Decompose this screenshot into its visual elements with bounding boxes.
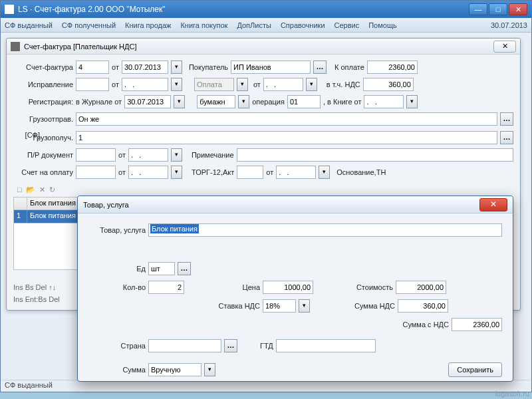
menu-item[interactable]: ДопЛисты (237, 21, 271, 29)
save-button[interactable]: Сохранить (448, 362, 502, 377)
qty-input[interactable] (148, 281, 184, 294)
label-ot3: от (253, 80, 261, 88)
prdoc-input[interactable] (76, 148, 116, 162)
correction-input[interactable] (76, 78, 109, 91)
payment-dropdown-icon[interactable]: ▾ (237, 78, 248, 91)
toolbar-icon[interactable]: 📂 (26, 186, 35, 194)
paper-dropdown-icon[interactable]: ▾ (238, 95, 249, 108)
cost-input[interactable] (396, 281, 446, 294)
toolbar-icon[interactable]: ↻ (49, 186, 55, 194)
pay-date-input[interactable] (263, 78, 303, 91)
date-dropdown-icon[interactable]: ▾ (171, 61, 182, 74)
prdoc-date-dropdown-icon[interactable]: ▾ (171, 148, 182, 162)
vatsum-input[interactable] (398, 299, 448, 313)
buyer-input[interactable] (231, 61, 311, 74)
label-payinv: Счет на оплату (13, 168, 73, 176)
invoice-close-button[interactable]: ✕ (493, 41, 516, 53)
label-unit: Ед (88, 265, 146, 273)
menubar: СФ выданный СФ полученный Книга продаж К… (1, 18, 531, 33)
label-sum: Сумма (88, 366, 146, 374)
invoice-title: Счет-фактура [Плательщик НДС] (24, 43, 493, 51)
reg-date-input[interactable] (124, 95, 171, 108)
app-title: LS · Счет-фактура 2.00 ООО "Мотылек" (18, 5, 469, 14)
book-date-input[interactable] (364, 95, 404, 108)
label-torg: ТОРГ-12,Акт (192, 168, 234, 176)
toolbar-icon[interactable]: □ (17, 186, 22, 194)
price-input[interactable] (263, 281, 313, 294)
vatrate-input[interactable] (263, 299, 296, 313)
paper-input[interactable] (197, 95, 235, 108)
sum-dropdown-icon[interactable]: ▾ (204, 363, 215, 376)
menu-item[interactable]: Помощь (368, 21, 397, 29)
close-button[interactable]: ✕ (509, 3, 527, 15)
reg-date-dropdown-icon[interactable]: ▾ (174, 95, 185, 108)
topay-input[interactable] (367, 61, 418, 74)
prdoc-date-input[interactable] (128, 148, 168, 162)
label-gtd: ГТД (260, 342, 273, 350)
unit-lookup-button[interactable]: … (178, 262, 191, 275)
label-reg: Регистрация: (13, 98, 73, 106)
menu-item[interactable]: Книга продаж (125, 21, 171, 29)
minimize-button[interactable]: — (469, 3, 487, 15)
dialog-body: Товар, услуга Блок питания Ед … Кол-во Ц… (78, 213, 513, 390)
corr-date-dropdown-icon[interactable]: ▾ (171, 78, 182, 91)
op-input[interactable] (287, 95, 321, 108)
torg-date-input[interactable] (276, 166, 316, 179)
torg-input[interactable] (237, 166, 263, 179)
unit-input[interactable] (148, 262, 175, 275)
pay-date-dropdown-icon[interactable]: ▾ (306, 78, 317, 91)
label-total: Сумма с НДС (392, 321, 449, 329)
shipper-lookup-button[interactable]: … (500, 112, 513, 126)
label-note: Примечание (192, 151, 234, 159)
label-buyer: Покупатель (189, 63, 228, 71)
menu-item[interactable]: Книга покупок (180, 21, 227, 29)
label-ot: от (112, 63, 119, 71)
consignee-input[interactable] (76, 131, 497, 144)
gtd-input[interactable] (276, 339, 376, 352)
label-price: Цена (207, 283, 260, 291)
menu-item[interactable]: СФ выданный (5, 21, 53, 29)
shipper-input[interactable] (76, 112, 497, 126)
label-ot4: от (118, 151, 126, 159)
label-book: , в Книге от (323, 98, 362, 106)
vatrate-dropdown-icon[interactable]: ▾ (299, 299, 310, 313)
toolbar-icon[interactable]: ✕ (39, 186, 45, 194)
menu-item[interactable]: Сервис (334, 21, 360, 29)
label-basis: Основание,ТН (336, 168, 386, 176)
consignee-lookup-button[interactable]: … (500, 131, 513, 144)
payinv-input[interactable] (76, 166, 116, 179)
number-input[interactable] (76, 61, 109, 74)
menu-item[interactable]: СФ полученный (62, 21, 116, 29)
date-input[interactable] (122, 61, 168, 74)
corr-date-input[interactable] (122, 78, 168, 91)
status-text: СФ выданный (5, 381, 53, 391)
label-qty: Кол-во (88, 283, 146, 291)
payment-field (194, 78, 234, 91)
label-ot6: от (266, 168, 273, 176)
maximize-button[interactable]: □ (489, 3, 507, 15)
dialog-close-button[interactable]: ✕ (479, 198, 507, 211)
book-date-dropdown-icon[interactable]: ▾ (406, 95, 418, 108)
payinv-date-input[interactable] (128, 166, 168, 179)
country-input[interactable] (148, 339, 221, 352)
label-item: Товар, услуга (88, 226, 146, 234)
item-dialog: Товар, услуга ✕ Товар, услуга Блок питан… (77, 196, 513, 382)
label-cost: Стоимость (336, 283, 393, 291)
col-item: Блок питания (27, 198, 84, 209)
torg-date-dropdown-icon[interactable]: ▾ (319, 166, 330, 179)
note-input[interactable] (237, 148, 513, 162)
document-icon (11, 42, 20, 51)
watermark: lugasoft.ru (495, 390, 529, 398)
app-icon (5, 5, 14, 14)
label-ot5: от (118, 168, 126, 176)
menu-item[interactable]: Справочники (281, 21, 325, 29)
label-vatsum: Сумма НДС (338, 302, 395, 310)
invoice-titlebar: Счет-фактура [Плательщик НДС] ✕ (7, 39, 520, 55)
vat-input[interactable] (363, 78, 414, 91)
total-input[interactable] (452, 318, 502, 331)
sum-mode-input[interactable] (148, 363, 201, 376)
payinv-date-dropdown-icon[interactable]: ▾ (171, 166, 182, 179)
country-lookup-button[interactable]: … (224, 339, 237, 352)
item-input[interactable]: Блок питания (148, 223, 502, 237)
buyer-lookup-button[interactable]: … (313, 61, 327, 74)
